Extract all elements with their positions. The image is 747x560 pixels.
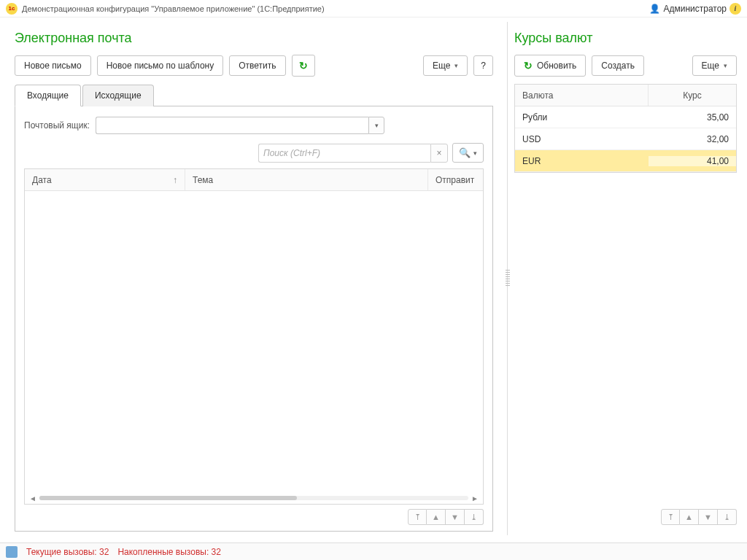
new-email-button[interactable]: Новое письмо xyxy=(15,55,91,76)
cell-rate: 41,00 xyxy=(649,156,736,166)
chevron-down-icon: ▾ xyxy=(473,149,477,157)
rates-table: Валюта Курс Рубли35,00USD32,00EUR41,00 xyxy=(514,84,737,173)
refresh-icon: ↻ xyxy=(299,60,308,71)
nav-first-button[interactable]: ⤒ xyxy=(661,509,680,525)
nav-up-button[interactable]: ▲ xyxy=(427,509,446,525)
email-table-header: Дата ↑ Тема Отправит xyxy=(25,169,483,191)
status-accumulated-label: Накопленные вызовы: xyxy=(117,547,209,557)
inbox-content: Почтовый ящик: ▾ × 🔍 ▾ xyxy=(15,106,493,532)
scroll-right-icon[interactable]: ► xyxy=(471,494,479,502)
cell-rate: 32,00 xyxy=(649,134,736,144)
status-current-value: 32 xyxy=(99,547,109,557)
search-box: × xyxy=(258,144,448,163)
status-accumulated-value: 32 xyxy=(212,547,221,557)
titlebar: 1c Демонстрационная конфигурация "Управл… xyxy=(0,0,747,18)
status-current-label: Текущие вызовы: xyxy=(26,547,97,557)
rates-more-button[interactable]: Еще▾ xyxy=(692,55,737,76)
col-rate[interactable]: Курс xyxy=(649,85,736,106)
email-toolbar: Новое письмо Новое письмо по шаблону Отв… xyxy=(15,55,493,77)
user-area: 👤 Администратор i xyxy=(649,3,741,15)
status-icon xyxy=(6,546,18,558)
col-date-label: Дата xyxy=(32,175,52,185)
mailbox-combo[interactable]: ▾ xyxy=(96,117,384,134)
mailbox-row: Почтовый ящик: ▾ xyxy=(24,117,484,134)
sort-asc-icon: ↑ xyxy=(173,175,177,185)
nav-up-button[interactable]: ▲ xyxy=(680,509,699,525)
rates-panel: Курсы валют ↻Обновить Создать Еще▾ Валют… xyxy=(503,18,747,532)
email-table: Дата ↑ Тема Отправит ◄ ► xyxy=(24,168,484,505)
table-row[interactable]: EUR41,00 xyxy=(515,150,736,172)
rates-table-body: Рубли35,00USD32,00EUR41,00 xyxy=(515,106,736,172)
more-label: Еще xyxy=(433,61,450,71)
tab-inbox[interactable]: Входящие xyxy=(15,85,81,106)
info-icon[interactable]: i xyxy=(729,3,741,15)
search-row: × 🔍 ▾ xyxy=(24,143,484,163)
col-sender[interactable]: Отправит xyxy=(428,169,483,190)
mailbox-input[interactable] xyxy=(96,117,368,134)
scroll-left-icon[interactable]: ◄ xyxy=(29,494,36,502)
cell-currency: EUR xyxy=(515,156,649,166)
more-button[interactable]: Еще▾ xyxy=(423,55,468,76)
table-row[interactable]: Рубли35,00 xyxy=(515,106,736,128)
refresh-icon: ↻ xyxy=(524,60,533,71)
col-subject[interactable]: Тема xyxy=(185,169,428,190)
email-heading: Электронная почта xyxy=(15,31,493,46)
refresh-button[interactable]: ↻ xyxy=(292,55,315,77)
chevron-down-icon: ▾ xyxy=(724,62,727,69)
status-current-calls: Текущие вызовы: 32 xyxy=(26,547,109,557)
email-hscroll[interactable]: ◄ ► xyxy=(25,492,483,504)
help-button[interactable]: ? xyxy=(473,55,493,76)
rates-nav-controls: ⤒ ▲ ▼ ⤓ xyxy=(661,509,737,525)
username: Администратор xyxy=(663,4,727,14)
nav-first-button[interactable]: ⤒ xyxy=(408,509,427,525)
cell-rate: 35,00 xyxy=(649,112,736,122)
nav-last-button[interactable]: ⤓ xyxy=(718,509,737,525)
search-go-button[interactable]: 🔍 ▾ xyxy=(452,143,484,163)
rates-toolbar: ↻Обновить Создать Еще▾ xyxy=(514,55,737,77)
app-icon: 1c xyxy=(6,3,18,15)
chevron-down-icon: ▾ xyxy=(454,62,458,69)
user-icon: 👤 xyxy=(649,4,660,14)
rates-table-header: Валюта Курс xyxy=(515,85,736,106)
col-date[interactable]: Дата ↑ xyxy=(25,169,185,190)
status-accumulated-calls: Накопленные вызовы: 32 xyxy=(117,547,221,557)
nav-down-button[interactable]: ▼ xyxy=(699,509,718,525)
mailbox-label: Почтовый ящик: xyxy=(24,120,90,131)
cell-currency: USD xyxy=(515,134,649,144)
search-clear-button[interactable]: × xyxy=(430,144,448,163)
new-email-template-button[interactable]: Новое письмо по шаблону xyxy=(97,55,224,76)
tab-outbox[interactable]: Исходящие xyxy=(82,85,154,106)
statusbar: Текущие вызовы: 32 Накопленные вызовы: 3… xyxy=(0,542,747,560)
rates-create-button[interactable]: Создать xyxy=(592,55,644,76)
email-tabs: Входящие Исходящие xyxy=(15,84,493,106)
nav-down-button[interactable]: ▼ xyxy=(446,509,465,525)
scroll-thumb[interactable] xyxy=(39,496,297,500)
reply-button[interactable]: Ответить xyxy=(229,55,285,76)
rates-more-label: Еще xyxy=(702,61,719,71)
email-table-body xyxy=(25,191,483,490)
cell-currency: Рубли xyxy=(515,112,649,122)
rates-refresh-label: Обновить xyxy=(537,61,576,71)
search-icon: 🔍 xyxy=(459,147,471,158)
window-title: Демонстрационная конфигурация "Управляем… xyxy=(22,4,325,13)
table-row[interactable]: USD32,00 xyxy=(515,128,736,150)
search-input[interactable] xyxy=(258,144,430,163)
scroll-track[interactable] xyxy=(39,496,468,500)
rates-heading: Курсы валют xyxy=(514,31,737,46)
email-nav-controls: ⤒ ▲ ▼ ⤓ xyxy=(24,509,484,525)
col-currency[interactable]: Валюта xyxy=(515,85,649,106)
rates-refresh-button[interactable]: ↻Обновить xyxy=(514,55,586,77)
mailbox-dropdown-button[interactable]: ▾ xyxy=(368,117,384,134)
nav-last-button[interactable]: ⤓ xyxy=(465,509,484,525)
email-panel: Электронная почта Новое письмо Новое пис… xyxy=(0,18,503,532)
